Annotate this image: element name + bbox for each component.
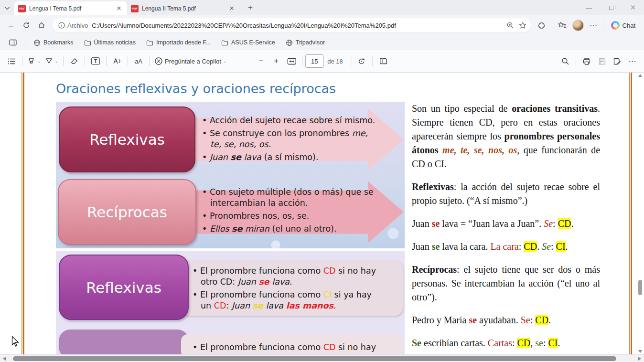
tab-close-icon[interactable]: ✕ (115, 4, 123, 13)
favorites-list-icon (558, 21, 567, 29)
new-tab-button[interactable]: + (244, 1, 257, 14)
bookmark-folder-ultimas-noticias[interactable]: Últimas noticias (80, 37, 140, 48)
toolbar-separator (302, 56, 302, 66)
home-icon (38, 21, 45, 29)
tab-lengua-2[interactable]: PDF Lengua II Tema 5.pdf ✕ (127, 1, 240, 15)
zoom-out-button[interactable]: − (253, 53, 268, 69)
refresh-icon (22, 21, 30, 29)
copilot-outline-icon (154, 57, 163, 65)
favorite-this-page-button[interactable] (516, 19, 529, 32)
chevron-down-icon[interactable]: ⌄ (37, 59, 41, 64)
refresh-button[interactable] (19, 18, 33, 32)
pdf-page: Oraciones reflexivas y oraciones recípro… (0, 73, 644, 362)
read-aloud-button[interactable] (109, 53, 125, 69)
toolbar-separator (22, 56, 22, 66)
page-border-left (21, 73, 22, 354)
vertical-scrollbar[interactable] (636, 73, 644, 354)
tab-search-menu-button[interactable] (0, 1, 14, 15)
mouse-cursor (11, 336, 20, 350)
tab-lengua-1[interactable]: PDF Lengua I Tema 5.pdf ✕ (14, 1, 127, 15)
bookmarks-separator (25, 39, 25, 46)
scheme-chip[interactable]: Archivo (58, 22, 88, 29)
fit-to-width-button[interactable] (284, 53, 299, 69)
scroll-left-arrow[interactable] (3, 357, 6, 361)
pdf-file-icon: PDF (131, 5, 139, 12)
erase-tool-button[interactable] (66, 53, 82, 69)
save-as-button[interactable] (610, 53, 625, 69)
home-button[interactable] (34, 18, 49, 32)
pdf-file-icon: PDF (18, 5, 26, 12)
pdf-zoom-page-controls: − + de 18 (253, 53, 391, 69)
add-text-button[interactable]: T (88, 53, 103, 69)
reflexivas-label-box: Reflexivas (59, 106, 195, 172)
bookmark-item-tripadvisor[interactable]: Tripadvisor (281, 37, 329, 48)
paragraph: Se escribían cartas. Cartas: CD, se: CI. (412, 336, 600, 350)
bookmark-item-bookmarks[interactable]: Bookmarks (29, 37, 78, 48)
toolbar-separator (576, 56, 576, 66)
table-of-contents-button[interactable] (4, 53, 19, 69)
chevron-down-icon[interactable]: ⌄ (223, 59, 227, 64)
bookmark-label: Tripadvisor (296, 39, 325, 46)
fit-width-icon (287, 58, 296, 65)
translate-button[interactable]: aA (131, 53, 146, 69)
nav-separator (552, 21, 552, 30)
slide-row-reciprocas: Recíprocas Con sujeto múltiple (dos o má… (56, 177, 405, 247)
page-border-right (629, 73, 630, 354)
paragraph: Reflexivas: la acción del sujeto recae s… (412, 180, 600, 208)
url-text[interactable]: C:/Users/Alumno/Documents/20222023%20CEP… (92, 22, 504, 29)
reflexivas-label-box: Reflexivas (59, 255, 189, 320)
tab-strip: PDF Lengua I Tema 5.pdf ✕ PDF Lengua II … (0, 0, 644, 15)
copilot-chat-button[interactable]: Chat (607, 18, 640, 32)
toolbar-separator (63, 56, 64, 66)
browser-window: PDF Lengua I Tema 5.pdf ✕ PDF Lengua II … (0, 0, 644, 362)
bookmark-folder-importado[interactable]: Importado desde F... (142, 37, 215, 48)
back-button[interactable]: ← (4, 18, 18, 32)
minimize-button[interactable]: — (578, 0, 600, 15)
chevron-down-icon[interactable]: ⌄ (55, 59, 59, 64)
settings-menu-button[interactable]: ⋯ (587, 18, 601, 32)
browser-essentials-button[interactable] (535, 18, 549, 32)
bookmark-label: Bookmarks (43, 39, 74, 46)
horizontal-scrollbar[interactable] (0, 354, 644, 362)
tab-close-icon[interactable]: ✕ (227, 4, 236, 13)
copilot-icon (611, 21, 620, 30)
profile-avatar[interactable] (572, 20, 584, 31)
bullet-list: Con sujeto múltiple (dos o más) que se i… (202, 187, 380, 236)
nav-separator (604, 21, 604, 30)
bullet-item: Juan se lava (a sí mismo). (202, 152, 380, 163)
save-icon (598, 57, 606, 65)
draw-tool-button[interactable]: ⌄ (43, 53, 61, 69)
scroll-down-arrow[interactable] (638, 350, 642, 353)
save-button[interactable] (594, 53, 610, 69)
scroll-up-arrow[interactable] (638, 74, 642, 77)
ask-copilot-button[interactable]: Pregúntale a Copilot ⌄ (152, 53, 228, 69)
rotate-button[interactable] (354, 53, 369, 69)
zoom-page-button[interactable] (504, 19, 516, 32)
page-view-button[interactable] (376, 53, 391, 69)
horizontal-scroll-thumb[interactable] (13, 356, 616, 361)
table-of-contents-icon (8, 58, 16, 65)
scroll-right-arrow[interactable] (638, 357, 641, 361)
paragraph: Juan se lava la cara. La cara: CD. Se: C… (412, 240, 600, 254)
bookmark-folder-asus[interactable]: ASUS E-Service (217, 37, 279, 48)
search-document-button[interactable] (558, 53, 573, 69)
restore-button[interactable] (600, 0, 622, 15)
window-controls: — ✕ (578, 0, 644, 15)
page-count-label: de 18 (327, 58, 343, 65)
folder-icon (146, 40, 153, 46)
favorites-button[interactable] (555, 18, 569, 32)
document-heading: Oraciones reflexivas y oraciones recípro… (56, 81, 336, 96)
vertical-scroll-thumb[interactable] (638, 280, 642, 295)
slide-row-reflexivas: Reflexivas Acción del sujeto recae sobre… (56, 105, 405, 174)
highlight-tool-button[interactable]: ⌄ (25, 53, 43, 69)
print-button[interactable] (579, 53, 594, 69)
folder-icon (84, 40, 91, 46)
zoom-in-button[interactable]: + (268, 53, 284, 69)
partial-label-box (59, 330, 189, 354)
more-options-button[interactable]: ⋯ (625, 53, 640, 69)
close-button[interactable]: ✕ (622, 0, 644, 15)
address-bar[interactable]: Archivo C:/Users/Alumno/Documents/202220… (53, 18, 531, 32)
sidebar-toggle-button[interactable] (5, 37, 21, 48)
read-aloud-icon (113, 57, 121, 65)
page-number-input[interactable] (305, 54, 323, 68)
